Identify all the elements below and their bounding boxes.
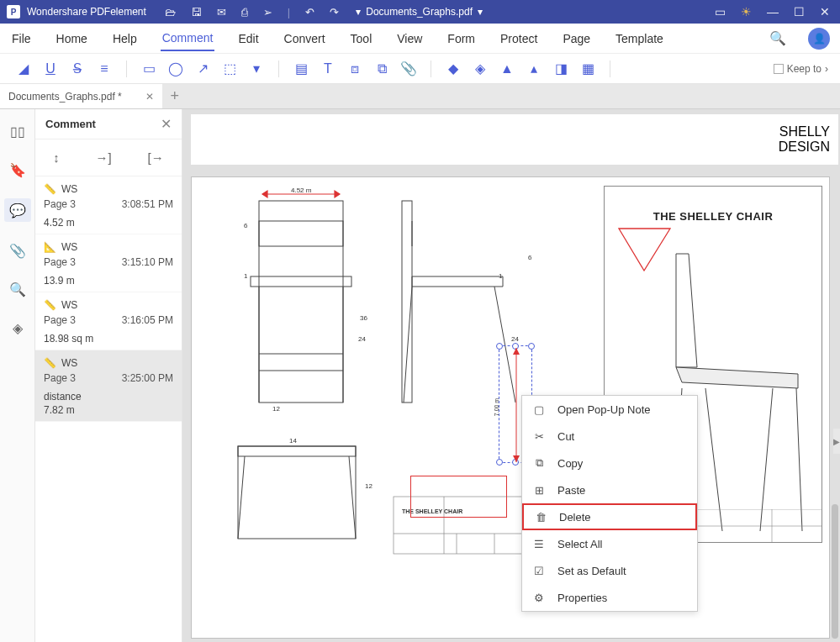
crop-tool-icon[interactable]: ⬚ xyxy=(218,57,241,81)
pdf-page[interactable]: 4.52 m 6 1 12 36 6 1 24 xyxy=(191,176,830,639)
menu-page[interactable]: Page xyxy=(561,27,592,50)
context-menu-properties[interactable]: ⚙Properties xyxy=(522,584,697,611)
callout-tool-icon[interactable]: ⧉ xyxy=(370,57,394,81)
left-rail: ▯▯ 🔖 💬 📎 🔍 ◈ xyxy=(0,109,35,642)
search-panel-icon[interactable]: 🔍 xyxy=(8,279,28,299)
strikethrough-tool-icon[interactable]: S̶ xyxy=(66,57,89,81)
search-icon[interactable]: 🔍 xyxy=(769,30,786,46)
comment-item-selected[interactable]: 📏WS Page 33:25:00 PM distance 7.82 m xyxy=(35,350,182,422)
close-tab-icon[interactable]: ✕ xyxy=(145,91,154,103)
titlebar-separator: | xyxy=(288,6,290,18)
import-icon[interactable]: →] xyxy=(96,150,112,165)
svg-rect-0 xyxy=(259,201,343,403)
menu-help[interactable]: Help xyxy=(111,27,139,50)
expand-right-handle[interactable]: ▶ xyxy=(833,429,840,454)
circle-tool-icon[interactable]: ◯ xyxy=(164,57,188,81)
shapes-dropdown-icon[interactable]: ▾ xyxy=(245,57,268,81)
context-menu-open-popup[interactable]: ▢Open Pop-Up Note xyxy=(522,396,697,423)
menu-tool[interactable]: Tool xyxy=(349,27,374,50)
menu-comment[interactable]: Comment xyxy=(161,26,215,51)
text-tool-icon[interactable]: T xyxy=(316,57,340,81)
menu-template[interactable]: Template xyxy=(614,27,665,50)
stamp6-icon[interactable]: ▦ xyxy=(576,57,600,81)
menu-view[interactable]: View xyxy=(395,27,424,50)
side-panel-header: Comment ✕ xyxy=(35,109,182,139)
context-menu-select-all[interactable]: ☰Select All xyxy=(522,530,697,557)
print-icon[interactable]: ⎙ xyxy=(241,6,248,18)
svg-marker-9 xyxy=(335,191,340,197)
svg-text:1: 1 xyxy=(244,272,248,280)
check-icon: ☑ xyxy=(532,565,546,577)
triangle-annotation[interactable] xyxy=(617,227,672,273)
separator xyxy=(431,61,431,77)
note-tool-icon[interactable]: ▤ xyxy=(289,57,313,81)
export-icon[interactable]: [→ xyxy=(147,150,163,165)
comment-item[interactable]: 📏WS Page 33:16:05 PM 18.98 sq m xyxy=(35,292,182,350)
list-tool-icon[interactable]: ≡ xyxy=(92,57,116,81)
rectangle-annotation[interactable] xyxy=(410,476,507,518)
context-menu-set-default[interactable]: ☑Set as Default xyxy=(522,557,697,584)
undo-icon[interactable]: ↶ xyxy=(305,6,314,18)
context-menu-delete[interactable]: 🗑Delete xyxy=(522,503,697,530)
comments-panel-icon[interactable]: 💬 xyxy=(4,198,31,222)
svg-text:4.52 m: 4.52 m xyxy=(291,187,312,194)
delete-icon: 🗑 xyxy=(534,511,547,524)
underline-tool-icon[interactable]: U xyxy=(39,57,62,81)
share-icon[interactable]: ➢ xyxy=(263,6,272,18)
rectangle-tool-icon[interactable]: ▭ xyxy=(137,57,161,81)
layers-icon[interactable]: ◈ xyxy=(8,318,28,338)
theme-icon[interactable]: ☀ xyxy=(741,5,752,18)
sort-icon[interactable]: ↕ xyxy=(53,150,60,165)
close-panel-icon[interactable]: ✕ xyxy=(161,116,172,132)
arrow-tool-icon[interactable]: ↗ xyxy=(191,57,214,81)
menu-home[interactable]: Home xyxy=(55,27,89,50)
stamp5-icon[interactable]: ◨ xyxy=(549,57,573,81)
user-avatar-icon[interactable]: 👤 xyxy=(808,28,830,50)
close-window-icon[interactable]: ✕ xyxy=(820,5,830,18)
stamp2-icon[interactable]: ◈ xyxy=(468,57,492,81)
svg-line-25 xyxy=(238,456,245,539)
bookmarks-icon[interactable]: 🔖 xyxy=(8,160,28,180)
select-all-icon: ☰ xyxy=(532,538,546,550)
thumbnails-icon[interactable]: ▯▯ xyxy=(8,121,28,141)
redo-icon[interactable]: ↷ xyxy=(330,6,339,18)
vertical-scrollbar[interactable] xyxy=(832,504,838,639)
menu-protect[interactable]: Protect xyxy=(499,27,539,50)
keep-to-toggle[interactable]: Keep to › xyxy=(774,63,828,75)
textbox-tool-icon[interactable]: ⧈ xyxy=(343,57,367,81)
minimize-icon[interactable]: — xyxy=(767,5,779,18)
svg-rect-24 xyxy=(238,446,356,456)
menu-form[interactable]: Form xyxy=(446,27,477,50)
attachments-icon[interactable]: 📎 xyxy=(8,240,28,260)
drawing-right-title: THE SHELLEY CHAIR xyxy=(605,210,822,223)
menu-edit[interactable]: Edit xyxy=(236,27,260,50)
save-icon[interactable]: 🖫 xyxy=(191,6,202,18)
comment-item[interactable]: 📐WS Page 33:15:10 PM 13.9 m xyxy=(35,234,182,292)
svg-text:12: 12 xyxy=(272,405,280,413)
context-menu-cut[interactable]: ✂Cut xyxy=(522,423,697,450)
document-tab-bar: Documents_Graphs.pdf * ✕ + xyxy=(0,84,840,109)
context-menu-copy[interactable]: ⧉Copy xyxy=(522,450,697,476)
menu-bar: File Home Help Comment Edit Convert Tool… xyxy=(0,24,840,54)
menu-file[interactable]: File xyxy=(10,27,33,50)
highlight-tool-icon[interactable]: ◢ xyxy=(12,57,35,81)
stamp3-icon[interactable]: ▲ xyxy=(495,57,519,81)
keep-to-checkbox[interactable] xyxy=(774,64,784,74)
titlebar-document[interactable]: ▾ Documents_Graphs.pdf ▾ xyxy=(356,6,483,18)
comment-item[interactable]: 📏WS Page 33:08:51 PM 4.52 m xyxy=(35,176,182,234)
mail-icon[interactable]: ✉ xyxy=(217,6,226,18)
fullscreen-icon[interactable]: ▭ xyxy=(715,5,726,18)
maximize-icon[interactable]: ☐ xyxy=(794,5,805,18)
stamp1-icon[interactable]: ◆ xyxy=(441,57,465,81)
document-tab[interactable]: Documents_Graphs.pdf * ✕ xyxy=(0,84,162,108)
separator xyxy=(610,61,610,77)
stamp4-icon[interactable]: ▴ xyxy=(522,57,546,81)
svg-marker-37 xyxy=(513,348,520,355)
open-folder-icon[interactable]: 🗁 xyxy=(165,6,176,18)
menu-convert[interactable]: Convert xyxy=(283,27,327,50)
context-menu-paste[interactable]: ⊞Paste xyxy=(522,476,697,503)
document-canvas[interactable]: ◀ ▶ SHELLY DESIGN xyxy=(182,109,840,642)
attachment-tool-icon[interactable]: 📎 xyxy=(397,57,420,81)
window-controls: ▭ ☀ — ☐ ✕ xyxy=(715,5,840,18)
add-tab-button[interactable]: + xyxy=(162,87,188,105)
